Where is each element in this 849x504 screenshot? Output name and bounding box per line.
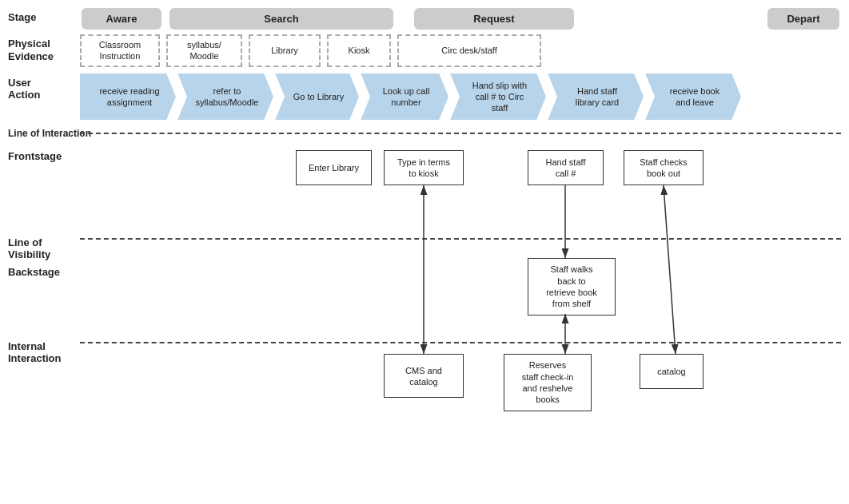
stage-content: Aware Search Request Depart bbox=[80, 8, 841, 30]
lower-content: Enter Library Type in termsto kiosk Hand… bbox=[80, 142, 841, 398]
box-staff-checks: Staff checksbook out bbox=[624, 150, 704, 185]
line-interaction-row: Line of Interaction bbox=[8, 128, 841, 139]
physical-evidence-row: Physical Evidence ClassroomInstruction s… bbox=[8, 34, 841, 67]
backstage-label: Backstage bbox=[8, 266, 60, 278]
box-enter-library: Enter Library bbox=[296, 150, 372, 185]
ua-hand-card: Hand stafflibrary card bbox=[548, 73, 644, 121]
line-interaction-divider bbox=[80, 133, 841, 134]
box-catalog: catalog bbox=[640, 354, 704, 389]
ua-reading: receive readingassignment bbox=[80, 73, 176, 121]
pe-moodle: syllabus/Moodle bbox=[166, 34, 242, 67]
box-reserves: Reservesstaff check-inand reshelvebooks bbox=[504, 354, 592, 411]
line-visibility-divider bbox=[80, 238, 841, 240]
ua-label: User Action bbox=[8, 73, 80, 101]
box-staff-walks: Staff walksback toretrieve bookfrom shel… bbox=[528, 258, 616, 315]
box-cms-catalog: CMS andcatalog bbox=[384, 354, 464, 398]
service-blueprint-diagram: Stage Aware Search Request Depart Physic… bbox=[0, 0, 849, 406]
ua-content: receive readingassignment refer tosyllab… bbox=[80, 73, 841, 121]
stage-row: Stage Aware Search Request Depart bbox=[8, 8, 841, 30]
stage-aware: Aware bbox=[82, 8, 161, 30]
user-action-row: User Action receive readingassignment re… bbox=[8, 73, 841, 121]
pe-kiosk: Kiosk bbox=[327, 34, 391, 67]
ua-syllabus: refer tosyllabus/Moodle bbox=[177, 73, 273, 121]
pe-content: ClassroomInstruction syllabus/Moodle Lib… bbox=[80, 34, 841, 67]
stage-depart: Depart bbox=[767, 8, 839, 30]
pe-label: Physical Evidence bbox=[8, 34, 80, 62]
box-type-kiosk: Type in termsto kiosk bbox=[384, 150, 464, 185]
line-internal-divider bbox=[80, 342, 841, 343]
line-visibility-label: Line of Visibility bbox=[8, 236, 80, 260]
pe-circ: Circ desk/staff bbox=[397, 34, 541, 67]
ua-receive: receive bookand leave bbox=[645, 73, 741, 121]
svg-line-6 bbox=[664, 185, 676, 354]
box-hand-call: Hand staffcall # bbox=[528, 150, 604, 185]
lower-section: Frontstage Line of Visibility Backstage … bbox=[8, 142, 841, 398]
stage-request: Request bbox=[414, 8, 574, 30]
frontstage-label: Frontstage bbox=[8, 150, 62, 162]
pe-classroom: ClassroomInstruction bbox=[80, 34, 160, 67]
line-internal-label: Internal Interaction bbox=[8, 340, 80, 364]
left-labels: Frontstage Line of Visibility Backstage … bbox=[8, 142, 80, 398]
stage-search: Search bbox=[169, 8, 393, 30]
ua-lookup: Look up callnumber bbox=[361, 73, 448, 121]
ua-hand-slip: Hand slip withcall # to Circstaff bbox=[450, 73, 546, 121]
stage-label: Stage bbox=[8, 8, 80, 25]
line-interaction-label: Line of Interaction bbox=[8, 128, 80, 139]
pe-library: Library bbox=[249, 34, 321, 67]
ua-go-library: Go to Library bbox=[275, 73, 359, 121]
